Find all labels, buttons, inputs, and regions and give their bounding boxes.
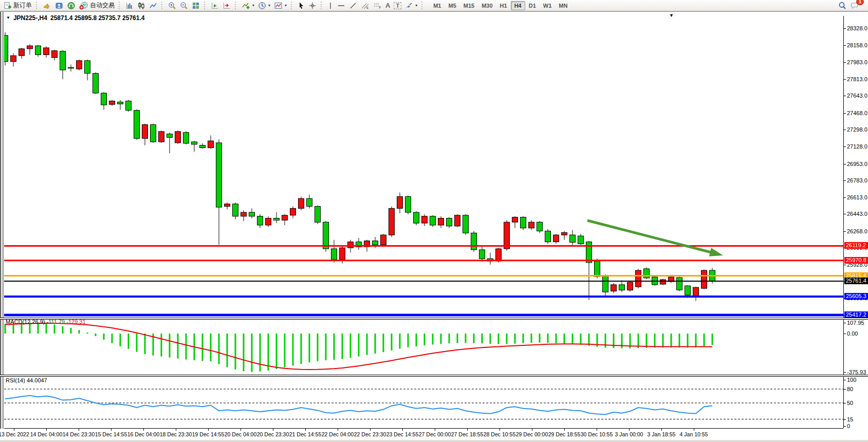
tile-windows-button[interactable] <box>190 1 201 11</box>
autotrade-button[interactable]: 自动交易 <box>78 1 116 11</box>
timeframe-button-m15[interactable]: M15 <box>460 1 478 10</box>
annotation-arrow-line[interactable] <box>587 220 713 253</box>
candle-body <box>159 132 164 142</box>
market-button[interactable] <box>53 1 65 11</box>
text-tool-button[interactable]: A <box>384 1 392 11</box>
channel-tool-button[interactable]: E <box>359 1 371 11</box>
candle-body <box>685 286 691 295</box>
candle-body <box>545 231 551 242</box>
candle-body <box>693 287 699 296</box>
candle-body <box>257 216 263 225</box>
chevron-down-icon: ▾ <box>285 3 287 8</box>
timeframe-button-h1[interactable]: H1 <box>496 1 511 10</box>
chart-window[interactable]: ▼ JPN225-,H4 25871.4 25895.8 25735.7 257… <box>0 11 868 442</box>
alerts-button[interactable] <box>41 1 53 11</box>
candle-body <box>200 145 206 148</box>
zoom-in-button[interactable] <box>167 1 178 11</box>
candle-body <box>233 204 238 216</box>
candle-body <box>85 61 90 73</box>
arrows-menu-button[interactable]: ▾ <box>403 1 419 11</box>
candle-body <box>340 248 345 260</box>
chart-bars-button[interactable] <box>124 1 135 11</box>
candle-body <box>438 218 444 225</box>
zoom-out-button[interactable] <box>178 1 190 11</box>
fibonacci-tool-button[interactable]: F <box>372 1 383 11</box>
panel-divider[interactable] <box>0 375 868 377</box>
crosshair-tool-button[interactable] <box>307 1 318 11</box>
price-tick-label-tick <box>843 45 846 46</box>
panel-divider[interactable] <box>0 318 868 320</box>
time-tick <box>694 428 694 431</box>
bars-chart-icon <box>125 2 134 10</box>
templates-menu-button[interactable]: ▾ <box>272 1 288 11</box>
price-tick-label: 26613.0 <box>847 194 867 200</box>
rsi-panel-canvas[interactable] <box>4 377 845 428</box>
search-button[interactable] <box>837 1 848 11</box>
time-tick <box>467 428 468 431</box>
candle-body <box>619 285 625 290</box>
rsi-axis-label-tick <box>843 419 846 420</box>
timeframe-button-m5[interactable]: M5 <box>445 1 459 10</box>
macd-panel-canvas[interactable] <box>4 319 845 375</box>
annotation-arrow-head[interactable] <box>709 248 723 256</box>
candle-body <box>644 269 650 278</box>
candle-body <box>101 93 107 105</box>
price-line-label: 25605.3 <box>844 293 868 300</box>
price-tick-label: 27468.0 <box>847 110 867 116</box>
chart-shift-icon <box>223 2 231 10</box>
timeframe-button-mn[interactable]: MN <box>555 1 571 10</box>
chat-button[interactable]: 1 <box>848 1 861 11</box>
candle-body <box>422 216 428 223</box>
macd-axis-label-tick <box>843 372 846 373</box>
price-chart-canvas[interactable] <box>4 16 845 318</box>
new-order-icon <box>4 2 12 10</box>
candle-body <box>455 215 460 226</box>
zoom-in-icon <box>168 2 176 10</box>
candle-body <box>109 101 115 105</box>
timeframe-button-m30[interactable]: M30 <box>478 1 496 10</box>
time-tick <box>532 428 532 431</box>
candle-body <box>60 51 66 70</box>
candle-body <box>430 216 436 225</box>
time-label: 19 Dec 14:55 <box>192 431 224 437</box>
candle-body <box>701 270 707 288</box>
hline-tool-button[interactable] <box>336 1 347 11</box>
periods-menu-button[interactable]: ▾ <box>256 1 272 11</box>
chart-title-symbol: JPN225-,H4 <box>13 14 47 22</box>
timeframe-button-d1[interactable]: D1 <box>525 1 540 10</box>
vline-tool-button[interactable] <box>326 1 335 11</box>
price-line-label: 25970.8 <box>844 257 868 264</box>
time-tick <box>46 428 47 431</box>
timeframe-button-m1[interactable]: M1 <box>430 1 445 10</box>
time-label: 21 Dec 14:55 <box>289 431 321 437</box>
label-tool-icon: T <box>394 2 401 9</box>
time-label: 20 Dec 04:00 <box>225 431 256 437</box>
new-order-button[interactable]: 新订单 <box>2 1 33 11</box>
label-tool-button[interactable]: T <box>392 1 403 11</box>
time-tick <box>402 428 403 431</box>
timeframe-button-w1[interactable]: W1 <box>540 1 556 10</box>
zoom-out-icon <box>180 2 188 10</box>
fibonacci-icon: F <box>373 2 382 10</box>
indicators-menu-button[interactable]: ▾ <box>240 1 256 11</box>
svg-text:F: F <box>379 6 381 9</box>
auto-scroll-button[interactable] <box>209 1 220 11</box>
chevron-down-icon: ▾ <box>415 3 417 8</box>
timeframe-switcher: M1M5M15M30H1H4D1W1MN <box>430 1 571 10</box>
time-tick <box>661 428 662 431</box>
rsi-axis-label: 50 <box>847 400 853 406</box>
chart-shift-button[interactable] <box>221 1 232 11</box>
chart-line-button[interactable] <box>147 1 159 11</box>
candle-body <box>381 235 386 245</box>
chart-candles-button[interactable] <box>136 1 147 11</box>
timeframe-button-h4[interactable]: H4 <box>511 1 525 10</box>
community-button[interactable] <box>65 1 77 11</box>
price-tick-label-tick <box>843 79 846 80</box>
candle-body <box>595 261 600 277</box>
scroll-anchor-icon[interactable]: ▼ <box>669 13 674 18</box>
cursor-tool-button[interactable] <box>296 1 306 11</box>
candle-body <box>77 61 82 69</box>
rsi-axis-label: 80 <box>847 386 853 392</box>
trendline-tool-button[interactable] <box>347 1 359 11</box>
symbol-dropdown-icon[interactable]: ▼ <box>6 15 10 21</box>
